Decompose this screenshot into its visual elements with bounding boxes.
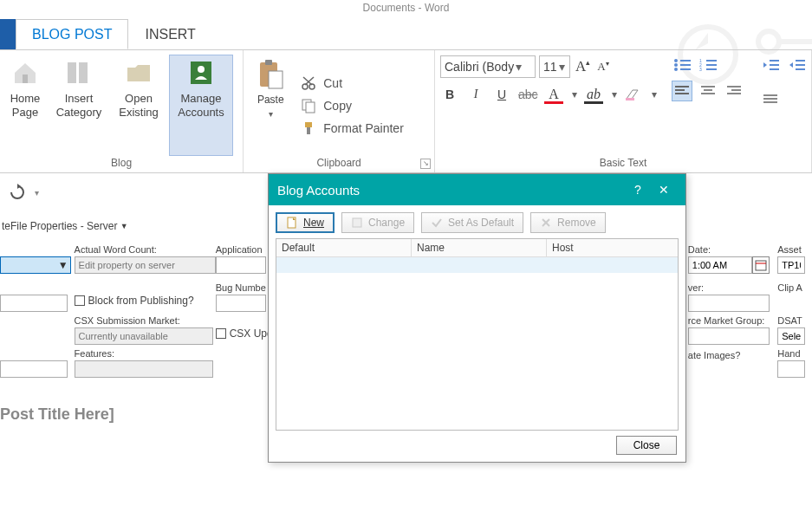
chevron-down-icon[interactable]: ▾ xyxy=(612,88,617,100)
checkbox-icon xyxy=(216,328,226,339)
decrease-indent-button[interactable] xyxy=(761,55,780,75)
change-account-button: Change xyxy=(341,212,414,233)
open-existing-button[interactable]: OpenExisting xyxy=(113,55,165,155)
features-label: Features: xyxy=(75,348,216,359)
csx-market-label: CSX Submission Market: xyxy=(75,315,216,326)
csx-upd-checkbox[interactable]: CSX Upd xyxy=(216,327,276,340)
svg-rect-16 xyxy=(306,102,315,113)
rce-market-group-input[interactable] xyxy=(688,327,770,345)
accounts-list[interactable]: Default Name Host xyxy=(276,238,679,431)
format-painter-button[interactable]: Format Painter xyxy=(301,120,404,136)
shrink-font-button[interactable]: A▾ xyxy=(595,60,610,74)
clear-formatting-button[interactable] xyxy=(624,87,643,102)
date-label: Date: xyxy=(688,244,777,255)
highlight-button[interactable]: ab xyxy=(584,87,603,102)
ate-images-label: ate Images? xyxy=(688,350,777,360)
features-input[interactable] xyxy=(75,360,213,378)
increase-indent-button[interactable] xyxy=(787,55,806,75)
close-button[interactable]: Close xyxy=(616,436,677,455)
tab-blog-post[interactable]: BLOG POST xyxy=(16,19,128,49)
paste-label: Paste xyxy=(257,94,284,106)
align-center-button[interactable] xyxy=(698,81,718,100)
copy-button[interactable]: Copy xyxy=(301,98,404,113)
align-right-button[interactable] xyxy=(724,81,744,100)
format-painter-label: Format Painter xyxy=(323,121,404,135)
change-label: Change xyxy=(368,217,405,229)
svg-rect-50 xyxy=(756,261,766,270)
remove-account-button: Remove xyxy=(530,212,606,233)
svg-rect-4 xyxy=(68,62,76,83)
paste-button[interactable]: Paste ▾ xyxy=(249,55,292,155)
grow-font-button[interactable]: A▴ xyxy=(574,58,592,75)
home-page-label: HomePage xyxy=(10,92,41,119)
blog-accounts-dialog: Blog Accounts ? ✕ New Change Set As Defa… xyxy=(268,173,686,463)
font-size-combo[interactable]: 11▾ xyxy=(539,55,570,78)
dsat-input[interactable] xyxy=(777,327,805,345)
chevron-down-icon: ▼ xyxy=(120,222,128,230)
field-input[interactable] xyxy=(0,360,68,378)
new-account-button[interactable]: New xyxy=(276,212,335,233)
col-name[interactable]: Name xyxy=(412,239,547,256)
svg-point-24 xyxy=(674,68,678,71)
calendar-icon[interactable] xyxy=(752,256,770,274)
asset-input[interactable] xyxy=(777,256,805,274)
svg-rect-10 xyxy=(269,71,283,88)
hand-label: Hand xyxy=(777,348,812,359)
edit-icon xyxy=(351,217,363,229)
dialog-titlebar: Blog Accounts ? ✕ xyxy=(269,174,685,205)
paste-dropdown-icon[interactable]: ▾ xyxy=(269,109,273,119)
numbering-button[interactable]: 123 xyxy=(698,55,718,75)
font-name-combo[interactable]: Calibri (Body▾ xyxy=(440,55,536,78)
underline-button[interactable]: U xyxy=(492,88,511,101)
bold-button[interactable]: B xyxy=(440,88,459,101)
chevron-down-icon[interactable]: ▾ xyxy=(652,88,657,100)
ver-input[interactable] xyxy=(688,295,770,312)
field-combo[interactable]: ▼ xyxy=(0,256,71,274)
window-title: Documents - Word xyxy=(0,0,812,17)
manage-accounts-label: ManageAccounts xyxy=(178,92,224,119)
chevron-down-icon[interactable]: ▾ xyxy=(572,88,577,100)
align-justify-button[interactable] xyxy=(761,90,780,109)
strikethrough-button[interactable]: abc xyxy=(518,88,537,101)
basic-text-group-label: Basic Text xyxy=(440,155,806,171)
scissors-icon xyxy=(301,75,316,91)
block-publishing-checkbox[interactable]: Block from Publishing? xyxy=(75,295,216,307)
bug-number-input[interactable] xyxy=(216,295,266,312)
refresh-icon[interactable] xyxy=(9,184,26,201)
chevron-down-icon[interactable]: ▾ xyxy=(35,188,39,198)
dsat-label: DSAT xyxy=(777,315,812,326)
category-icon xyxy=(65,59,93,87)
brush-icon xyxy=(301,120,316,136)
col-host[interactable]: Host xyxy=(547,239,678,256)
ribbon: HomePage InsertCategory OpenExisting Man… xyxy=(0,50,812,173)
open-existing-label: OpenExisting xyxy=(119,92,159,119)
manage-accounts-button[interactable]: ManageAccounts xyxy=(170,55,232,155)
italic-button[interactable]: I xyxy=(466,88,485,101)
hand-input[interactable] xyxy=(777,360,805,378)
new-icon xyxy=(286,217,298,229)
insert-category-button[interactable]: InsertCategory xyxy=(50,55,107,155)
col-default[interactable]: Default xyxy=(276,239,412,256)
properties-label: teFile Properties - Server xyxy=(2,220,117,232)
cut-button[interactable]: Cut xyxy=(301,75,404,91)
date-input[interactable] xyxy=(688,256,752,274)
clipboard-dialog-launcher[interactable]: ↘ xyxy=(420,159,431,169)
set-default-label: Set As Default xyxy=(448,217,514,229)
align-left-button[interactable] xyxy=(672,81,692,100)
list-row[interactable] xyxy=(276,257,678,273)
field-input[interactable] xyxy=(0,295,68,312)
ver-label: ver: xyxy=(688,282,777,293)
file-tab[interactable] xyxy=(0,19,16,49)
application-input[interactable] xyxy=(216,256,266,274)
bug-number-label: Bug Numbe xyxy=(216,282,276,293)
post-title-placeholder[interactable]: Post Title Here] xyxy=(0,405,114,424)
font-color-button[interactable]: A xyxy=(544,87,563,102)
tab-insert[interactable]: INSERT xyxy=(128,19,211,49)
svg-rect-9 xyxy=(265,60,272,65)
help-button[interactable]: ? xyxy=(625,183,651,197)
close-icon[interactable]: ✕ xyxy=(651,183,677,197)
actual-word-count-label: Actual Word Count: xyxy=(75,244,216,255)
rce-market-group-label: rce Market Group: xyxy=(688,315,777,326)
home-page-button[interactable]: HomePage xyxy=(5,55,45,155)
bullets-button[interactable] xyxy=(672,55,692,75)
